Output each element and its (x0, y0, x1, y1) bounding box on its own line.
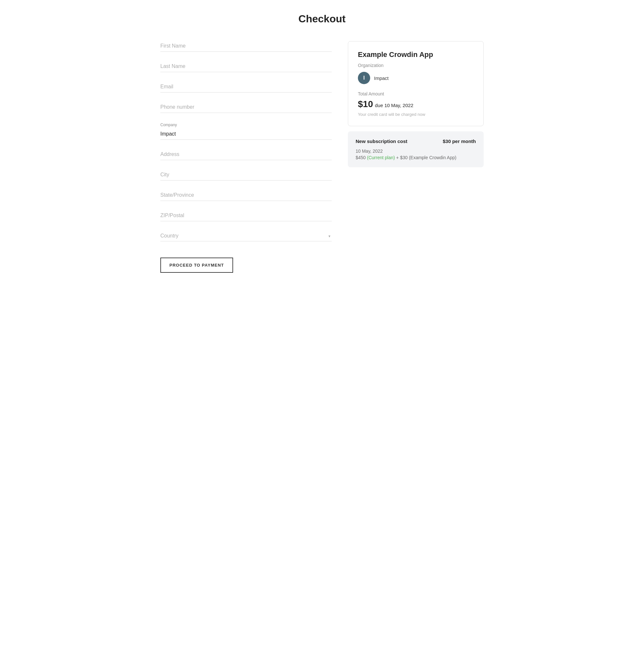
subscription-card: New subscription cost $30 per month 10 M… (348, 131, 484, 167)
state-field (160, 190, 332, 201)
zip-field (160, 211, 332, 221)
total-due: due 10 May, 2022 (375, 103, 413, 108)
last-name-field (160, 62, 332, 72)
org-label: Organization (358, 63, 474, 68)
org-name: Impact (374, 75, 389, 81)
company-field: Company (160, 123, 332, 140)
total-amount-row: $10 due 10 May, 2022 (358, 99, 474, 109)
country-field: Country United States United Kingdom Can… (160, 231, 332, 241)
proceed-to-payment-button[interactable]: PROCEED TO PAYMENT (160, 258, 233, 273)
address-field (160, 150, 332, 160)
city-input[interactable] (160, 170, 332, 180)
subscription-detail-prefix: $450 (355, 155, 367, 160)
email-field (160, 82, 332, 92)
country-select-wrapper: Country United States United Kingdom Can… (160, 231, 332, 241)
subscription-detail: $450 (Current plan) + $30 (Example Crowd… (355, 155, 476, 160)
total-amount: $10 (358, 99, 373, 109)
subscription-price: $30 per month (443, 138, 476, 144)
page-container: Checkout Company (151, 0, 493, 292)
company-input[interactable] (160, 129, 332, 140)
charge-note: Your credit card will be charged now (358, 112, 474, 117)
first-name-field (160, 41, 332, 52)
sidebar-column: Example Crowdin App Organization I Impac… (348, 41, 484, 167)
first-name-input[interactable] (160, 41, 332, 52)
app-title: Example Crowdin App (358, 50, 474, 59)
country-select[interactable]: Country United States United Kingdom Can… (160, 231, 332, 241)
last-name-input[interactable] (160, 62, 332, 72)
city-field (160, 170, 332, 180)
address-input[interactable] (160, 150, 332, 160)
total-label: Total Amount (358, 91, 474, 96)
company-label: Company (160, 123, 332, 127)
subscription-header: New subscription cost $30 per month (355, 138, 476, 144)
state-input[interactable] (160, 190, 332, 201)
main-content: Company Country United States (160, 41, 484, 273)
subscription-title: New subscription cost (355, 138, 407, 144)
current-plan-label: (Current plan) (367, 155, 395, 160)
subscription-detail-suffix: + $30 (Example Crowdin App) (395, 155, 456, 160)
email-input[interactable] (160, 82, 332, 92)
org-avatar: I (358, 72, 370, 84)
phone-field (160, 102, 332, 113)
form-column: Company Country United States (160, 41, 332, 273)
phone-input[interactable] (160, 102, 332, 113)
subscription-date: 10 May, 2022 (355, 149, 476, 154)
page-title: Checkout (160, 13, 484, 25)
org-row: I Impact (358, 72, 474, 84)
zip-input[interactable] (160, 211, 332, 221)
order-card: Example Crowdin App Organization I Impac… (348, 41, 484, 126)
